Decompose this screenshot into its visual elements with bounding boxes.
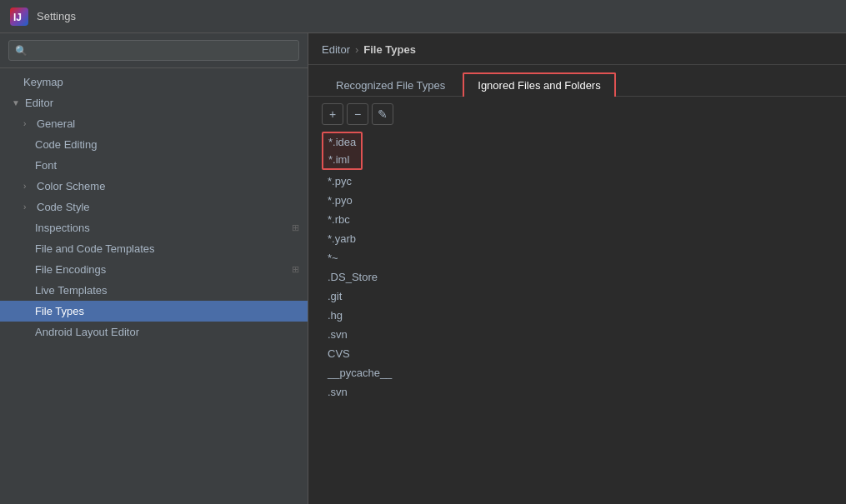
file-list: *.idea *.iml *.pyc *.pyo *.rbc *.yarb *~ [308,132,846,504]
list-item[interactable]: .git [322,287,833,306]
toolbar: + − ✎ [308,97,846,132]
list-item[interactable]: __pycache__ [322,363,833,382]
list-item[interactable]: *.pyc [322,172,833,191]
content-area: Editor › File Types Recognized File Type… [308,33,846,504]
sidebar-item-file-code-templates[interactable]: File and Code Templates [0,238,308,259]
keymap-label: Keymap [23,76,63,88]
sidebar-item-general[interactable]: › General [0,113,308,134]
sidebar-item-code-style[interactable]: › Code Style [0,197,308,217]
sidebar-nav: Keymap ▼ Editor › General Code Editing F… [0,68,308,504]
sidebar-item-font[interactable]: Font [0,155,308,176]
editor-chevron: ▼ [12,98,23,107]
android-layout-label: Android Layout Editor [35,326,139,338]
main-layout: 🔍 Keymap ▼ Editor › General Code Editing… [0,33,846,504]
breadcrumb: Editor › File Types [308,33,846,65]
inspections-label: Inspections [35,222,90,234]
sidebar-item-color-scheme[interactable]: › Color Scheme [0,176,308,197]
file-code-templates-label: File and Code Templates [35,242,155,255]
tabs-row: Recognized File Types Ignored Files and … [308,65,846,97]
font-label: Font [35,159,57,172]
sidebar: 🔍 Keymap ▼ Editor › General Code Editing… [0,33,308,504]
code-style-label: Code Style [37,201,90,213]
list-item[interactable]: .DS_Store [322,267,833,287]
cs-chevron: › [23,182,35,191]
list-item[interactable]: CVS [322,344,833,363]
search-wrap: 🔍 [0,33,308,68]
color-scheme-label: Color Scheme [37,180,105,192]
inspections-badge: ⊞ [292,222,299,233]
sidebar-item-file-encodings[interactable]: File Encodings ⊞ [0,259,308,280]
sidebar-item-editor[interactable]: ▼ Editor [0,92,308,113]
editor-label: Editor [25,97,53,109]
list-item[interactable]: *.pyo [322,191,833,210]
file-encodings-badge: ⊞ [292,264,299,275]
title-bar: IJ Settings [0,0,846,33]
tab-recognized[interactable]: Recognized File Types [322,73,459,97]
sidebar-item-code-editing[interactable]: Code Editing [0,134,308,155]
list-item[interactable]: .svn [322,325,833,344]
list-item[interactable]: .hg [322,306,833,325]
app-logo: IJ [10,7,28,26]
file-encodings-label: File Encodings [35,263,106,276]
breadcrumb-parent: Editor [322,43,350,56]
general-label: General [37,117,75,130]
add-button[interactable]: + [322,103,343,125]
sidebar-item-keymap[interactable]: Keymap [0,72,308,92]
breadcrumb-separator: › [355,43,358,56]
sidebar-item-live-templates[interactable]: Live Templates [0,280,308,301]
list-item[interactable]: *.idea [323,133,361,151]
general-chevron: › [23,119,35,128]
edit-button[interactable]: ✎ [372,103,393,125]
sidebar-item-android-layout-editor[interactable]: Android Layout Editor [0,322,308,342]
list-item[interactable]: *.yarb [322,229,833,248]
list-item[interactable]: *~ [322,248,833,267]
svg-text:IJ: IJ [13,12,22,23]
sidebar-item-inspections[interactable]: Inspections ⊞ [0,217,308,238]
remove-button[interactable]: − [347,103,368,125]
file-types-label: File Types [35,305,84,317]
sidebar-item-file-types[interactable]: File Types [0,301,308,322]
search-input[interactable] [8,40,299,61]
list-item[interactable]: *.iml [323,151,361,168]
tab-ignored[interactable]: Ignored Files and Folders [463,72,615,97]
code-style-chevron: › [23,202,35,212]
live-templates-label: Live Templates [35,284,107,297]
title-bar-text: Settings [37,10,76,22]
code-editing-label: Code Editing [35,138,97,151]
list-item[interactable]: .svn [322,382,833,402]
list-item[interactable]: *.rbc [322,210,833,229]
breadcrumb-current: File Types [363,43,416,56]
